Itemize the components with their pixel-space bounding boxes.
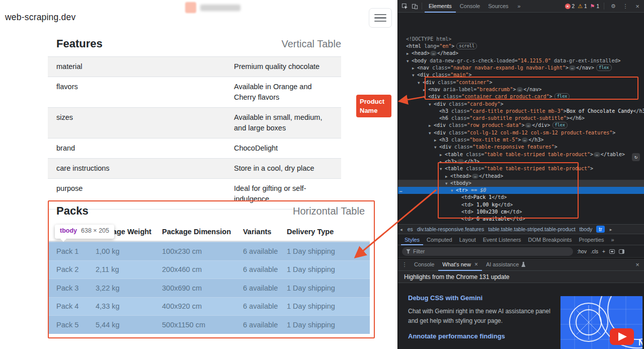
tree-expand-arrow[interactable]: ▶: [440, 152, 445, 159]
dom-line[interactable]: <td>Pack 1</td>: [398, 194, 644, 201]
sidebar-tab-computed[interactable]: Computed: [423, 234, 456, 245]
tree-expand-arrow[interactable]: ▶: [440, 159, 445, 166]
tree-expand-arrow[interactable]: ▶: [423, 87, 428, 94]
dom-line[interactable]: ▼<table class="table table-striped table…: [398, 165, 644, 172]
kebab-menu-icon[interactable]: ⋮: [621, 2, 630, 11]
dom-line[interactable]: <h3 class="card-title product-title mb-3…: [398, 108, 644, 115]
close-devtools-icon[interactable]: ×: [633, 2, 642, 11]
sidebar-more-chevron[interactable]: »: [608, 234, 618, 245]
tree-expand-arrow[interactable]: ▼: [434, 144, 439, 151]
tree-expand-arrow[interactable]: ▼: [412, 72, 417, 79]
breadcrumb-item[interactable]: table.table.table-striped.table-product: [488, 226, 575, 232]
device-toolbar-icon[interactable]: [410, 2, 419, 11]
dom-line[interactable]: <td> 100x230 cm</td>: [398, 208, 644, 216]
dom-line[interactable]: <td> 1,00 kg</td>: [398, 201, 644, 208]
dom-line[interactable]: ▼<div class="container card product-card…: [398, 93, 644, 100]
dom-line[interactable]: ▶<nav class="navbar navbar-expand-lg nav…: [398, 64, 644, 72]
tree-expand-arrow[interactable]: ▼: [418, 80, 423, 87]
tree-expand-arrow[interactable]: ▼: [429, 101, 434, 108]
breadcrumb-item[interactable]: div.table-responsive.features: [417, 226, 484, 232]
tree-expand-arrow[interactable]: ▶: [445, 173, 450, 180]
dom-line[interactable]: ▼<div class="table-responsive features">: [398, 144, 644, 151]
close-drawer-icon[interactable]: ×: [633, 260, 642, 269]
scroll-badge[interactable]: scroll: [456, 43, 477, 49]
tree-expand-arrow[interactable]: ▼: [407, 58, 412, 65]
ellipsis-expand-icon[interactable]: …: [569, 65, 576, 71]
inspect-element-icon[interactable]: [400, 2, 409, 11]
sidebar-tab-properties[interactable]: Properties: [575, 234, 607, 245]
issues-badge[interactable]: ⚑ 1: [590, 3, 599, 10]
dom-line[interactable]: ▶<h3>…</h3>: [398, 158, 644, 165]
ellipsis-expand-icon[interactable]: …: [522, 137, 528, 143]
style-chip-cls[interactable]: .cls: [591, 249, 598, 254]
ellipsis-expand-icon[interactable]: …: [457, 159, 464, 164]
drawer-tab-ai-assistance[interactable]: AI assistance: [482, 258, 529, 271]
dom-line[interactable]: <html lang="en">scroll: [398, 43, 644, 50]
sidebar-tab-styles[interactable]: Styles: [401, 234, 423, 245]
dom-line[interactable]: ▼<div class="container">: [398, 79, 644, 86]
breadcrumb-item[interactable]: tbody: [580, 226, 593, 232]
ellipsis-expand-icon[interactable]: …: [594, 152, 600, 157]
more-tabs-chevron[interactable]: »: [514, 0, 525, 13]
dom-line[interactable]: ▼<div class="main">: [398, 72, 644, 79]
tree-expand-arrow[interactable]: ▼: [440, 166, 445, 173]
breadcrumb-item[interactable]: es: [408, 226, 413, 232]
style-chip-hov[interactable]: :hov: [577, 249, 587, 254]
devtools-tab-console[interactable]: Console: [456, 0, 484, 13]
flex-badge[interactable]: flex: [554, 93, 570, 100]
tree-expand-arrow[interactable]: ▶: [407, 50, 412, 57]
dom-line[interactable]: <!DOCTYPE html>: [398, 36, 644, 43]
site-brand[interactable]: web-scraping.dev: [5, 12, 75, 23]
error-badge[interactable]: × 2: [565, 4, 575, 9]
sidebar-tab-layout[interactable]: Layout: [456, 234, 479, 245]
drawer-tab-what-s-new[interactable]: What's new×: [438, 258, 482, 271]
dom-line[interactable]: <td> 1 Day shipping</td>: [398, 223, 644, 224]
dom-line[interactable]: ▼<div class="card-body">: [398, 101, 644, 108]
ellipsis-expand-icon[interactable]: …: [517, 87, 523, 92]
tree-expand-arrow[interactable]: ▶: [429, 122, 434, 129]
whatsnew-video-thumbnail[interactable]: N: [560, 296, 642, 349]
dom-line-hovered[interactable]: ▼<tbody>: [398, 180, 644, 187]
dom-line[interactable]: ▼<div class="col-lg-12 col-md-12 col-sm-…: [398, 129, 644, 136]
settings-gear-icon[interactable]: ⚙: [609, 2, 618, 11]
tree-expand-arrow[interactable]: ▼: [423, 94, 428, 101]
dom-line[interactable]: ▶<head>…</head>: [398, 50, 644, 57]
rendering-brush-icon[interactable]: [609, 249, 615, 254]
sidebar-panel-icon[interactable]: [619, 249, 624, 254]
warning-badge[interactable]: ⚠ 1: [578, 3, 587, 10]
ellipsis-expand-icon[interactable]: …: [525, 123, 532, 128]
dom-line[interactable]: ▶<table class="table table-striped table…: [398, 151, 644, 158]
devtools-tab-sources[interactable]: Sources: [484, 0, 512, 13]
tree-expand-arrow[interactable]: ▼: [429, 130, 434, 137]
dom-line[interactable]: ▶<thead>…</thead>: [398, 173, 644, 180]
dom-line[interactable]: <h6 class="card-subtitle product-subtitl…: [398, 115, 644, 122]
devtools-tab-elements[interactable]: Elements: [425, 0, 456, 13]
tree-expand-arrow[interactable]: ▼: [451, 187, 456, 194]
tree-expand-arrow[interactable]: ▶: [434, 137, 439, 144]
dom-line-selected[interactable]: ▼<tr> == $0…: [398, 187, 644, 194]
drawer-kebab-icon[interactable]: ⋮: [400, 260, 409, 269]
crumb-scroll-left-icon[interactable]: ◀: [399, 228, 404, 231]
dom-line[interactable]: ▶<h3 class="box-title mt-5">…</h3>: [398, 136, 644, 144]
dom-line[interactable]: ▶<nav aria-label="breadcrumb">…</nav>: [398, 86, 644, 93]
style-chip-[interactable]: +: [602, 249, 605, 254]
dom-line[interactable]: ▼<body data-new-gr-c-s-check-loaded="14.…: [398, 57, 644, 64]
dom-line[interactable]: ▶<div class="row product-data">…</div>fl…: [398, 122, 644, 129]
debug-css-gemini-link[interactable]: Debug CSS with Gemini: [408, 294, 482, 302]
sidebar-tab-dom-breakpoints[interactable]: DOM Breakpoints: [525, 234, 576, 245]
drawer-tab-console[interactable]: Console: [410, 258, 438, 271]
crumb-scroll-right-icon[interactable]: ▶: [609, 228, 613, 231]
styles-filter-input[interactable]: Filter: [402, 247, 573, 256]
flex-badge[interactable]: flex: [596, 64, 611, 71]
close-tab-icon[interactable]: ×: [474, 261, 478, 268]
annotate-performance-link[interactable]: Annotate performance findings: [408, 332, 505, 340]
ellipsis-expand-icon[interactable]: …: [472, 174, 478, 179]
tree-expand-arrow[interactable]: ▼: [445, 180, 450, 187]
navbar-toggler-button[interactable]: [369, 8, 392, 28]
dom-line[interactable]: <td> 6 available</td>: [398, 216, 644, 223]
flex-badge[interactable]: flex: [552, 122, 568, 128]
ellipsis-expand-icon[interactable]: …: [430, 51, 437, 56]
breadcrumb-item[interactable]: tr: [596, 226, 604, 233]
sidebar-tab-event-listeners[interactable]: Event Listeners: [479, 234, 525, 245]
tree-expand-arrow[interactable]: ▶: [412, 65, 417, 72]
